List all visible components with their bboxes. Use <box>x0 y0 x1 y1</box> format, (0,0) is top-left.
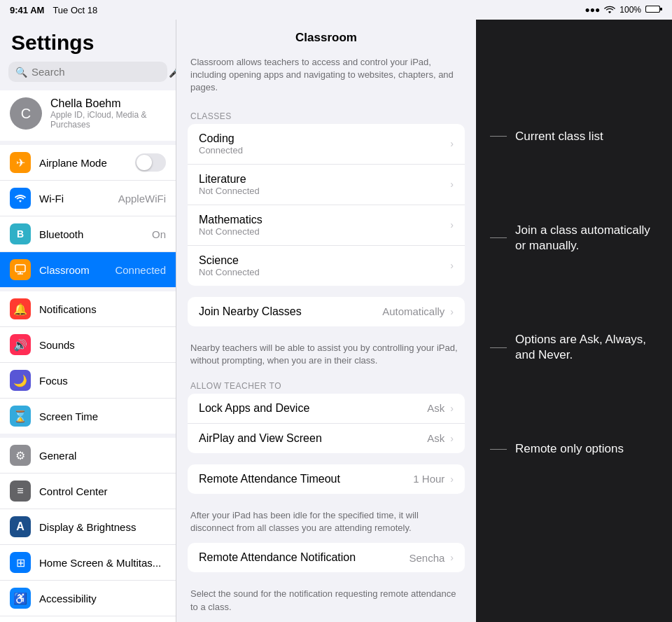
join-nearby-card: Join Nearby Classes Automatically › <box>188 297 465 326</box>
sidebar-item-classroom[interactable]: Classroom Connected <box>0 252 176 287</box>
svg-rect-2 <box>646 6 659 12</box>
notifications-icon: 🔔 <box>10 298 31 319</box>
join-nearby-row[interactable]: Join Nearby Classes Automatically › <box>188 297 465 326</box>
sidebar-label-accessibility: Accessibility <box>39 593 166 604</box>
airplane-icon: ✈ <box>10 152 31 173</box>
remote-card: Remote Attendance Timeout 1 Hour › <box>188 464 465 494</box>
lock-apps-row[interactable]: Lock Apps and Device Ask › <box>188 394 465 424</box>
annotation-line-4 <box>490 449 507 450</box>
status-bar: 9:41 AM Tue Oct 18 ●●● 100% <box>0 0 672 20</box>
annotation-1: Current class list <box>490 129 658 144</box>
user-profile[interactable]: C Chella Boehm Apple ID, iCloud, Media &… <box>0 90 176 137</box>
user-profile-section: C Chella Boehm Apple ID, iCloud, Media &… <box>0 90 176 141</box>
remote-notification-label: Remote Attendance Notification <box>199 551 403 564</box>
homescreen-icon: ⊞ <box>10 552 31 573</box>
sidebar-item-controlcenter[interactable]: ≡ Control Center <box>0 474 176 509</box>
sidebar-item-airplane[interactable]: ✈ Airplane Mode <box>0 145 176 181</box>
user-info: Chella Boehm Apple ID, iCloud, Media & P… <box>50 97 166 130</box>
screentime-icon: ⌛ <box>10 406 31 427</box>
general-icon: ⚙ <box>10 445 31 466</box>
sidebar-item-sounds[interactable]: 🔊 Sounds <box>0 327 176 363</box>
search-input[interactable] <box>31 66 164 78</box>
svg-rect-3 <box>15 265 25 272</box>
annotation-text-3: Options are Ask, Always, and Never. <box>515 332 658 363</box>
content-area: Classroom Classroom allows teachers to a… <box>176 20 476 622</box>
class-row-science[interactable]: Science Not Connected › <box>188 246 465 286</box>
toggle-knob <box>136 155 152 170</box>
sidebar-label-wifi: Wi-Fi <box>39 193 110 205</box>
sidebar-label-controlcenter: Control Center <box>39 485 166 497</box>
main-container: Settings 🔍 🎤 C Chella Boehm Apple ID, iC… <box>0 20 672 622</box>
avatar: C <box>10 97 42 130</box>
chevron-icon: › <box>450 138 454 149</box>
wifi-value: AppleWiFi <box>118 193 166 205</box>
sidebar-item-homescreen[interactable]: ⊞ Home Screen & Multitas... <box>0 545 176 581</box>
remote-notification-description: Select the sound for the notification re… <box>176 583 476 621</box>
sidebar-item-focus[interactable]: 🌙 Focus <box>0 363 176 399</box>
accessibility-icon: ♿ <box>10 588 31 609</box>
annotation-line-3 <box>490 347 507 348</box>
annotation-4: Remote only options <box>490 441 658 457</box>
remote-notification-value: Sencha <box>409 552 444 564</box>
airplane-toggle[interactable] <box>135 153 166 172</box>
sidebar-item-notifications[interactable]: 🔔 Notifications <box>0 291 176 327</box>
user-name: Chella Boehm <box>50 97 166 110</box>
user-subtitle: Apple ID, iCloud, Media & Purchases <box>50 110 166 130</box>
join-nearby-value: Automatically <box>382 305 444 317</box>
allow-teacher-label: ALLOW TEACHER TO <box>176 375 476 394</box>
status-date: Tue Oct 18 <box>52 5 97 15</box>
sidebar-item-accessibility[interactable]: ♿ Accessibility <box>0 581 176 616</box>
class-row-literature[interactable]: Literature Not Connected › <box>188 165 465 205</box>
class-science-label: Science Not Connected <box>199 254 444 277</box>
airplay-value: Ask <box>427 432 444 444</box>
sidebar-label-classroom: Classroom <box>39 264 106 276</box>
annotation-text-2: Join a class automatically or manually. <box>515 223 658 254</box>
class-row-mathematics[interactable]: Mathematics Not Connected › <box>188 205 465 246</box>
remote-notification-card: Remote Attendance Notification Sencha › <box>188 543 465 572</box>
chevron-icon: › <box>450 433 454 444</box>
bluetooth-icon: B <box>10 223 31 244</box>
battery-text: 100% <box>620 5 641 15</box>
sidebar-label-airplane: Airplane Mode <box>39 157 127 169</box>
class-row-coding[interactable]: Coding Connected › <box>188 124 465 165</box>
signal-icon: ●●● <box>585 5 601 15</box>
sidebar-item-display[interactable]: A Display & Brightness <box>0 509 176 545</box>
display-icon: A <box>10 516 31 537</box>
wifi-icon <box>604 5 615 15</box>
bluetooth-value: On <box>152 228 166 240</box>
sidebar-item-wallpaper[interactable]: 🌸 Wallpaper <box>0 616 176 622</box>
wifi-sidebar-icon <box>10 188 31 209</box>
remote-timeout-description: After your iPad has been idle for the sp… <box>176 505 476 543</box>
sidebar-label-focus: Focus <box>39 375 166 387</box>
class-coding-label: Coding Connected <box>199 132 444 156</box>
remote-notification-row[interactable]: Remote Attendance Notification Sencha › <box>188 543 465 572</box>
sidebar-item-wifi[interactable]: Wi-Fi AppleWiFi <box>0 181 176 216</box>
controlcenter-icon: ≡ <box>10 481 31 502</box>
sidebar-item-general[interactable]: ⚙ General <box>0 438 176 474</box>
airplay-label: AirPlay and View Screen <box>199 432 421 445</box>
airplay-row[interactable]: AirPlay and View Screen Ask › <box>188 424 465 453</box>
mic-icon: 🎤 <box>169 67 176 78</box>
sidebar-label-display: Display & Brightness <box>39 521 166 533</box>
chevron-icon: › <box>450 403 454 414</box>
sounds-icon: 🔊 <box>10 334 31 355</box>
classroom-value: Connected <box>115 264 166 276</box>
sidebar-item-bluetooth[interactable]: B Bluetooth On <box>0 216 176 252</box>
annotation-line-2 <box>490 237 507 238</box>
lock-apps-value: Ask <box>427 402 444 414</box>
classes-card: Coding Connected › Literature Not Connec… <box>188 124 465 286</box>
sidebar-label-notifications: Notifications <box>39 303 166 315</box>
class-mathematics-label: Mathematics Not Connected <box>199 214 444 237</box>
chevron-icon: › <box>450 474 454 485</box>
lock-apps-label: Lock Apps and Device <box>199 402 421 415</box>
notifications-section: 🔔 Notifications 🔊 Sounds 🌙 Focus ⌛ Scree… <box>0 291 176 434</box>
status-time: 9:41 AM <box>10 5 44 15</box>
search-bar[interactable]: 🔍 🎤 <box>8 62 167 82</box>
remote-timeout-row[interactable]: Remote Attendance Timeout 1 Hour › <box>188 464 465 494</box>
annotations-wrapper: Current class list Join a class automati… <box>490 34 658 608</box>
remote-timeout-label: Remote Attendance Timeout <box>199 473 407 485</box>
chevron-icon: › <box>450 306 454 317</box>
annotation-line-1 <box>490 136 507 137</box>
settings-section: ⚙ General ≡ Control Center A Display & B… <box>0 438 176 622</box>
sidebar-item-screentime[interactable]: ⌛ Screen Time <box>0 399 176 434</box>
